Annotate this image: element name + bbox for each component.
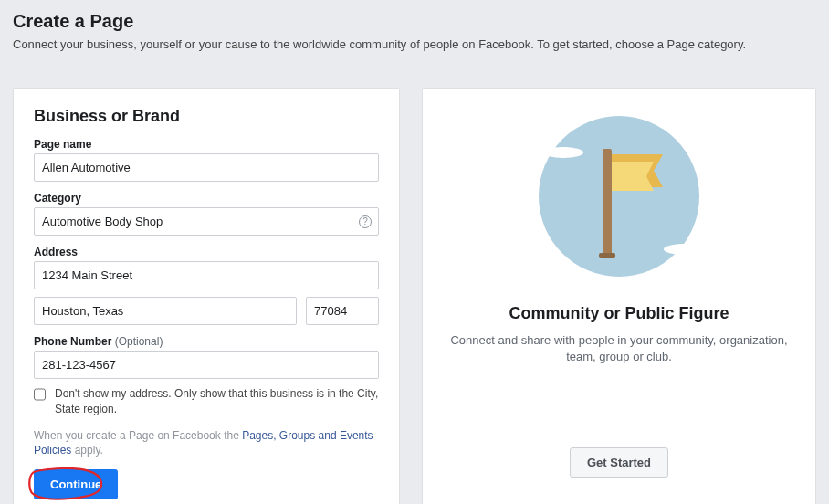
address-label: Address: [34, 246, 78, 258]
business-brand-card: Business or Brand Page name Category ? A…: [13, 88, 400, 504]
community-description: Connect and share with people in your co…: [450, 332, 788, 365]
category-label: Category: [34, 192, 81, 205]
page-subtitle: Connect your business, yourself or your …: [13, 37, 816, 51]
community-card: Community or Public Figure Connect and s…: [422, 88, 816, 504]
svg-point-1: [543, 147, 583, 158]
continue-button[interactable]: Continue: [34, 469, 118, 499]
phone-input[interactable]: [34, 351, 379, 379]
policy-text: When you create a Page on Facebook the P…: [34, 428, 379, 459]
svg-rect-4: [599, 253, 615, 258]
svg-point-2: [664, 244, 704, 255]
phone-label: Phone Number (Optional): [34, 335, 163, 348]
community-heading: Community or Public Figure: [509, 304, 729, 323]
business-brand-heading: Business or Brand: [34, 107, 379, 126]
flag-illustration-icon: [519, 105, 719, 288]
page-name-label: Page name: [34, 138, 91, 151]
page-title: Create a Page: [13, 11, 816, 32]
street-input[interactable]: [34, 261, 379, 289]
category-input[interactable]: [34, 207, 379, 236]
get-started-button[interactable]: Get Started: [570, 447, 668, 478]
hide-address-checkbox[interactable]: [34, 388, 46, 401]
help-icon[interactable]: ?: [359, 215, 372, 228]
city-input[interactable]: [34, 297, 297, 325]
hide-address-label: Don't show my address. Only show that th…: [55, 386, 379, 417]
page-name-input[interactable]: [34, 153, 379, 182]
svg-rect-3: [603, 149, 612, 257]
zip-input[interactable]: [306, 297, 379, 325]
